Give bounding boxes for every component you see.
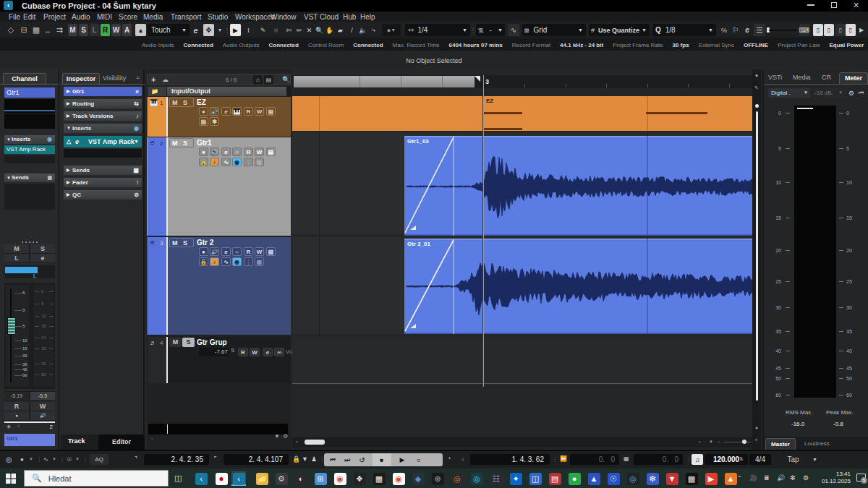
svg-text:Gtr1_03: Gtr1_03 xyxy=(407,138,429,145)
svg-text:Gtr 2_01: Gtr 2_01 xyxy=(407,241,431,247)
